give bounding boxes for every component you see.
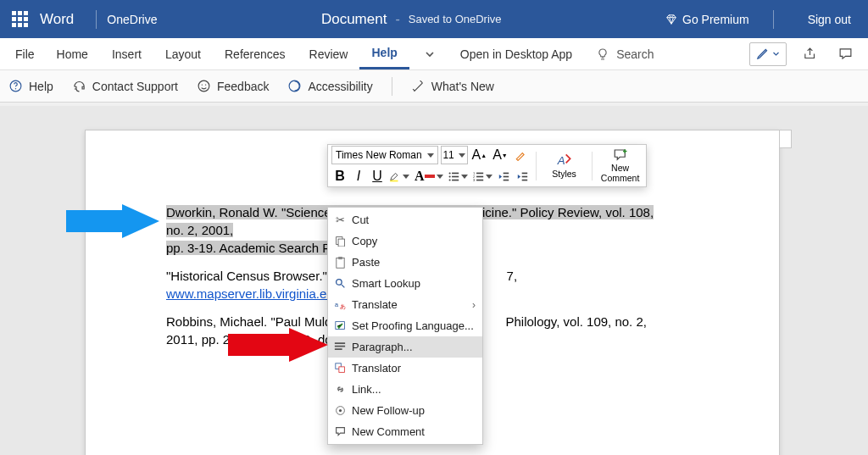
chevron-down-icon: [437, 175, 443, 179]
svg-rect-23: [522, 172, 528, 174]
divider: [392, 77, 392, 96]
ctx-new-comment[interactable]: New Comment: [328, 421, 482, 442]
open-in-desktop[interactable]: Open in Desktop App: [447, 38, 586, 69]
paragraph-icon: [334, 341, 346, 352]
svg-text:a: a: [335, 301, 339, 308]
accessibility-button[interactable]: Accessibility: [287, 79, 372, 93]
svg-rect-19: [476, 179, 483, 180]
comment-icon: [335, 426, 346, 437]
context-menu: ✂Cut Copy Paste Smart Lookup aあTranslate…: [327, 207, 483, 445]
ctx-translate[interactable]: aあTranslate›: [328, 294, 482, 315]
tab-review[interactable]: Review: [298, 38, 360, 69]
headset-icon: [72, 79, 86, 93]
ctx-proofing[interactable]: Set Proofing Language...: [328, 315, 482, 336]
whatsnew-button[interactable]: What's New: [411, 79, 494, 93]
tab-references[interactable]: References: [213, 38, 298, 69]
tab-help[interactable]: Help: [359, 38, 409, 69]
chevron-down-icon: [403, 175, 409, 179]
format-painter-button[interactable]: [512, 146, 529, 164]
outdent-button[interactable]: [496, 167, 513, 186]
ctx-followup[interactable]: New Follow-up: [328, 400, 482, 421]
font-family-select[interactable]: Times New Roman: [331, 146, 438, 164]
help-label: Help: [29, 80, 53, 93]
accessibility-icon: [287, 79, 302, 93]
svg-rect-17: [476, 175, 483, 177]
svg-rect-20: [504, 172, 509, 174]
translator-icon: [335, 363, 346, 374]
pencil-icon: [756, 47, 769, 60]
svg-point-1: [15, 88, 16, 89]
styles-button[interactable]: A Styles: [542, 147, 587, 186]
contact-support-button[interactable]: Contact Support: [72, 79, 178, 93]
svg-point-31: [336, 280, 342, 286]
svg-rect-35: [335, 342, 345, 344]
list-bullets-icon: [448, 171, 459, 182]
text-segment: "Historical Census Browser." Un: [166, 269, 347, 283]
svg-point-5: [290, 80, 301, 92]
ribbon-right: [749, 42, 863, 67]
diamond-icon: [665, 14, 677, 25]
tab-file[interactable]: File: [5, 38, 45, 69]
share-button[interactable]: [797, 42, 822, 67]
save-status[interactable]: Saved to OneDrive: [409, 13, 502, 25]
tab-home[interactable]: Home: [45, 38, 100, 69]
copy-icon: [335, 236, 346, 247]
indent-button[interactable]: [515, 167, 531, 186]
svg-point-8: [448, 172, 450, 174]
mini-toolbar: Times New Roman 11 A▲ A▼ B I U A: [327, 144, 647, 187]
app-name[interactable]: Word: [40, 11, 86, 28]
ctx-link[interactable]: Link...: [328, 379, 482, 400]
italic-button[interactable]: I: [350, 167, 367, 186]
lightbulb-icon: [596, 47, 609, 61]
help-button[interactable]: Help: [8, 79, 53, 93]
ribbon-tabs: File Home Insert Layout References Revie…: [0, 38, 868, 70]
bullets-button[interactable]: [447, 167, 470, 186]
tell-me-search[interactable]: Search: [586, 47, 664, 61]
paint-brush-icon: [515, 149, 526, 161]
grow-font-button[interactable]: A▲: [470, 146, 489, 164]
go-premium-label: Go Premium: [682, 13, 749, 26]
underline-button[interactable]: U: [369, 167, 386, 186]
accessibility-label: Accessibility: [308, 80, 372, 93]
separator: [96, 10, 97, 29]
comments-button[interactable]: [832, 42, 858, 67]
new-comment-button[interactable]: New Comment: [598, 147, 643, 186]
ctx-translator[interactable]: Translator: [328, 358, 482, 379]
ctx-copy[interactable]: Copy: [328, 230, 482, 252]
sign-out-button[interactable]: Sign out: [798, 13, 861, 26]
edit-mode-button[interactable]: [749, 42, 787, 66]
annotation-arrow-red: [228, 328, 328, 362]
ctx-cut[interactable]: ✂Cut: [328, 209, 482, 230]
text-segment: 7,: [507, 269, 518, 283]
font-family-value: Times New Roman: [336, 149, 422, 161]
font-color-button[interactable]: A: [413, 167, 445, 186]
tab-layout[interactable]: Layout: [153, 38, 213, 69]
app-launcher-icon[interactable]: [12, 11, 28, 27]
font-size-select[interactable]: 11: [441, 146, 468, 164]
share-icon: [803, 47, 817, 61]
link-virginia[interactable]: www.mapserver.lib.virginia.edu/: [166, 286, 344, 301]
svg-rect-24: [522, 175, 528, 177]
whatsnew-label: What's New: [431, 80, 494, 93]
chevron-right-icon: ›: [472, 299, 476, 311]
tab-overflow[interactable]: [413, 38, 447, 69]
chevron-down-icon: [459, 153, 465, 158]
search-label: Search: [616, 47, 654, 61]
feedback-button[interactable]: Feedback: [197, 79, 269, 93]
highlighted-text-line-2: pp. 3-19. Academic Search Prem: [166, 241, 353, 255]
numbering-button[interactable]: 123: [471, 167, 494, 186]
go-premium-button[interactable]: Go Premium: [665, 13, 749, 26]
tab-insert[interactable]: Insert: [100, 38, 153, 69]
ctx-smart-lookup[interactable]: Smart Lookup: [328, 273, 482, 294]
bold-button[interactable]: B: [331, 167, 348, 186]
svg-rect-6: [390, 180, 398, 182]
highlight-color-button[interactable]: [387, 167, 411, 186]
ctx-paste[interactable]: Paste: [328, 252, 482, 273]
location-label[interactable]: OneDrive: [107, 13, 157, 26]
shrink-font-button[interactable]: A▼: [491, 146, 509, 164]
new-comment-label: New Comment: [601, 164, 640, 183]
doc-title[interactable]: Document: [321, 11, 387, 28]
highlighter-icon: [389, 170, 401, 182]
feedback-label: Feedback: [217, 80, 269, 93]
ctx-paragraph[interactable]: Paragraph...: [328, 336, 482, 358]
